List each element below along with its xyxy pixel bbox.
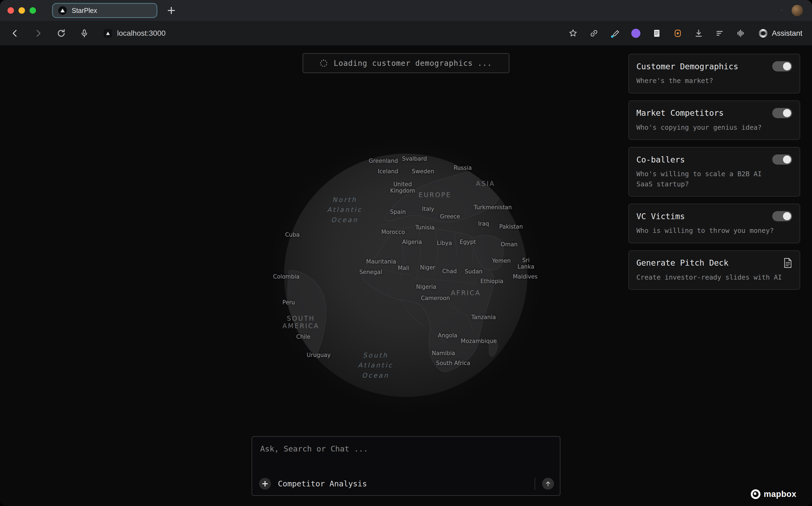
mapbox-logo-icon: [751, 489, 760, 499]
continents-graphic: [284, 154, 527, 397]
mapbox-wordmark: mapbox: [764, 489, 796, 499]
assistant-label: Assistant: [772, 29, 802, 37]
close-window-button[interactable]: [7, 7, 14, 14]
chat-input[interactable]: [259, 442, 553, 455]
tab-starplex[interactable]: StarPlex: [52, 3, 157, 18]
voice-search-button[interactable]: [79, 28, 90, 39]
panel-title: Co-ballers: [636, 155, 685, 164]
back-icon: [10, 29, 20, 38]
panel-title: VC Victims: [636, 212, 685, 221]
reload-button[interactable]: [56, 28, 67, 39]
layer-panel-column: Customer Demographics Where's the market…: [628, 54, 800, 290]
panel-co-ballers: Co-ballers Who's willing to scale a B2B …: [628, 147, 800, 196]
app-content: GreenlandSvalbardIcelandSwedenRussiaUnit…: [0, 46, 812, 506]
panel-subtitle: Who is willing to throw you money?: [636, 226, 792, 236]
tab-search-chevron-button[interactable]: [781, 5, 792, 16]
panel-market-competitors: Market Competitors Who's copying your ge…: [628, 100, 800, 140]
mapbox-attribution[interactable]: mapbox: [751, 489, 796, 499]
browser-window: StarPlex localho: [0, 0, 812, 506]
document-icon: [784, 258, 792, 268]
assistant-button[interactable]: Assistant: [759, 29, 802, 37]
extension-orange-button[interactable]: [672, 28, 683, 39]
send-button[interactable]: [542, 478, 554, 490]
panel-subtitle: Who's willing to scale a B2B AI SaaS sta…: [636, 169, 792, 189]
url-text[interactable]: localhost:3000: [117, 29, 166, 37]
tab-title: StarPlex: [72, 7, 97, 14]
window-controls: [7, 7, 36, 14]
copy-link-button[interactable]: [589, 28, 599, 39]
panel-subtitle: Create investor-ready slides with AI: [636, 272, 792, 282]
starplex-favicon-icon: [58, 6, 67, 15]
competitor-analysis-chip[interactable]: Competitor Analysis: [278, 479, 367, 488]
zoom-window-button[interactable]: [29, 7, 36, 14]
panel-subtitle: Who's copying your genius idea?: [636, 122, 792, 133]
reload-icon: [57, 28, 66, 38]
composer-divider: [535, 478, 535, 490]
download-icon: [694, 28, 704, 38]
customer-demographics-toggle[interactable]: [772, 61, 792, 71]
arrow-up-icon: [545, 481, 551, 487]
toggle-knob: [783, 62, 791, 70]
bookmark-button[interactable]: [568, 28, 578, 39]
plus-icon: [262, 481, 268, 486]
link-icon: [589, 28, 599, 38]
notes-extension-icon: [652, 28, 662, 38]
omnibox[interactable]: localhost:3000: [104, 29, 166, 37]
pen-icon: [610, 28, 620, 38]
add-attachment-button[interactable]: [259, 478, 271, 490]
toggle-knob: [783, 156, 791, 164]
vc-victims-toggle[interactable]: [772, 211, 792, 221]
plus-icon: [168, 7, 175, 14]
toggle-knob: [783, 212, 791, 220]
new-tab-button[interactable]: [165, 5, 177, 16]
assistant-icon: [759, 29, 768, 37]
reading-list-button[interactable]: [714, 28, 725, 39]
spinner-icon: [320, 60, 327, 67]
market-competitors-toggle[interactable]: [772, 108, 792, 118]
chevron-down-icon: [781, 6, 783, 14]
loading-text: Loading customer demographics ...: [334, 59, 492, 68]
extension-pen-button[interactable]: [610, 28, 620, 39]
minimize-window-button[interactable]: [18, 7, 25, 14]
panel-subtitle: Where's the market?: [636, 76, 792, 86]
waveform-icon: [736, 28, 745, 38]
purple-extension-icon: [631, 29, 640, 38]
panel-vc-victims: VC Victims Who is willing to throw you m…: [628, 203, 800, 243]
globe-map[interactable]: [284, 154, 527, 397]
co-ballers-toggle[interactable]: [772, 154, 792, 165]
bookmark-star-icon: [568, 28, 578, 38]
extension-purple-button[interactable]: [630, 28, 641, 39]
toggle-knob: [783, 109, 791, 117]
tab-strip: StarPlex: [0, 0, 812, 21]
generate-pitch-deck-button[interactable]: Generate Pitch Deck Create investor-read…: [628, 250, 800, 290]
profile-avatar[interactable]: [792, 5, 803, 16]
site-icon: [104, 29, 112, 37]
mic-icon: [80, 29, 89, 38]
downloads-button[interactable]: [693, 28, 704, 39]
loading-status: Loading customer demographics ...: [303, 53, 509, 73]
extension-notes-button[interactable]: [651, 28, 662, 39]
panel-title: Generate Pitch Deck: [636, 258, 728, 267]
panel-customer-demographics: Customer Demographics Where's the market…: [628, 54, 800, 93]
forward-icon: [33, 29, 43, 38]
audio-controls-button[interactable]: [735, 28, 746, 39]
panel-title: Customer Demographics: [636, 62, 738, 71]
forward-button[interactable]: [33, 28, 43, 39]
orange-extension-icon: [673, 28, 683, 38]
back-button[interactable]: [10, 28, 20, 39]
reading-list-icon: [715, 28, 724, 38]
address-bar: localhost:3000: [0, 21, 812, 46]
panel-title: Market Competitors: [636, 108, 724, 118]
chat-composer: Competitor Analysis: [252, 436, 560, 496]
